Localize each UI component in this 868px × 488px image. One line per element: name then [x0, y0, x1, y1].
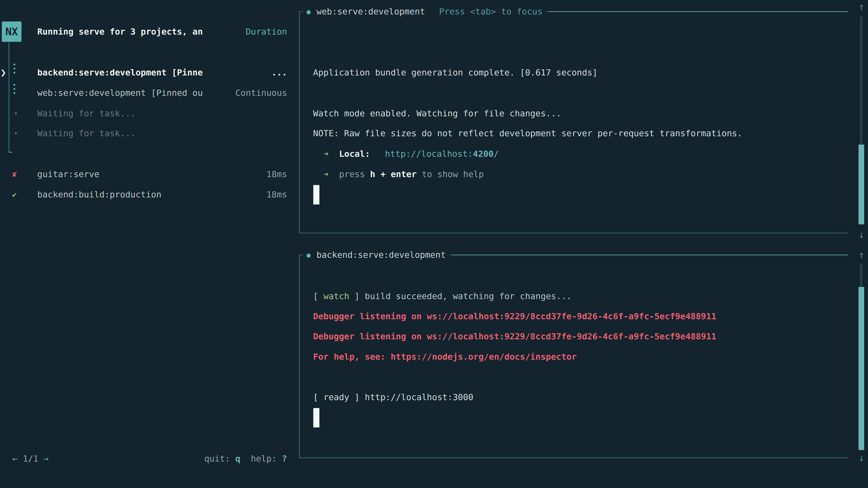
press-keys: h + enter [370, 169, 416, 179]
quit-label: quit: [204, 454, 230, 464]
task-duration: Continuous [235, 88, 287, 98]
task-label: backend:serve:development [Pinne [37, 68, 203, 77]
waiting-bullet-icon: · [13, 108, 18, 119]
scroll-up-icon[interactable]: ↑ [856, 250, 867, 260]
panel-title: backend:serve:development [316, 250, 446, 260]
localhost-url-slash: / [494, 149, 499, 159]
keyboard-hints: quit:qhelp:? [0, 454, 287, 464]
task-row-guitar-serve[interactable]: ✘ guitar:serve 18ms [0, 169, 287, 179]
localhost-url: http://localhost: [385, 149, 473, 159]
terminal-cursor [313, 185, 319, 204]
task-row-backend-build[interactable]: ✔ backend:build:production 18ms [0, 190, 287, 199]
terminal-line-debugger-1: Debugger listening on ws://localhost:922… [313, 311, 716, 321]
panel-header: ● web:serve:development Press <tab> to f… [303, 6, 848, 17]
prompt-arrow-icon: ➜ [323, 149, 329, 159]
panel-label: ● web:serve:development Press <tab> to f… [303, 6, 546, 17]
terminal-line-bundle-complete: Application bundle generation complete. … [313, 68, 597, 77]
task-row-waiting-1[interactable]: · Waiting for task... [0, 108, 287, 119]
terminal-line-ready: [ ready ] http://localhost:3000 [313, 392, 473, 402]
watch-message: ] build succeeded, watching for changes.… [349, 291, 572, 301]
terminal-line-local-url: ➜Local:http://localhost:4200/ [323, 149, 499, 159]
scroll-up-icon[interactable]: ↑ [856, 2, 867, 12]
task-failed-icon: ✘ [10, 169, 19, 179]
scroll-down-icon[interactable]: ↓ [856, 230, 867, 240]
terminal-cursor [313, 408, 319, 427]
panel-focus-hint: Press <tab> to focus [439, 6, 543, 17]
task-label: Waiting for task... [37, 108, 135, 119]
scrollbar-thumb[interactable] [859, 287, 864, 450]
scroll-down-icon[interactable]: ↓ [856, 453, 867, 463]
press-prefix: press [339, 169, 370, 179]
localhost-port: 4200 [473, 149, 494, 159]
scrollbar-track[interactable] [860, 264, 862, 287]
terminal-line-debugger-2: Debugger listening on ws://localhost:922… [313, 331, 716, 341]
panel-web-serve-development[interactable]: ● web:serve:development Press <tab> to f… [299, 11, 848, 233]
task-row-backend-serve[interactable]: backend:serve:development [Pinne ... [0, 68, 287, 77]
terminal-line-watch-succeeded: [ watch ] build succeeded, watching for … [313, 291, 572, 301]
task-tree-corner [8, 152, 12, 153]
panel-label: ● backend:serve:development [303, 249, 450, 260]
task-status-dot-icon: ● [307, 8, 311, 15]
panel-title: web:serve:development [316, 6, 425, 17]
nx-tui-screen: NX Running serve for 3 projects, an Dura… [0, 0, 868, 488]
task-duration: 18ms [266, 190, 287, 199]
task-status-dot-icon: ● [307, 251, 311, 259]
task-success-icon: ✔ [10, 190, 19, 199]
terminal-line-inspector-help: For help, see: https://nodejs.org/en/doc… [313, 352, 577, 362]
panel-header-rule [453, 255, 848, 255]
panel-header-rule [549, 11, 848, 12]
duration-column-header: Duration [246, 27, 287, 37]
task-row-web-serve[interactable]: web:serve:development [Pinned ou Continu… [0, 88, 287, 98]
terminal-line-help-hint: ➜press h + enter to show help [323, 169, 484, 179]
local-label: Local: [339, 149, 370, 159]
prompt-arrow-icon: ➜ [323, 169, 329, 179]
task-label: guitar:serve [37, 169, 99, 179]
panel-header: ● backend:serve:development [303, 249, 848, 260]
terminal-line-note: NOTE: Raw file sizes do not reflect deve… [313, 128, 742, 138]
help-label: help: [251, 454, 277, 464]
task-label: backend:build:production [37, 190, 161, 199]
scrollbar-track[interactable] [860, 16, 862, 144]
task-label: web:serve:development [Pinned ou [37, 88, 203, 98]
watch-tag: watch [323, 291, 349, 301]
task-duration: 18ms [266, 169, 287, 179]
quit-key: q [235, 454, 241, 464]
task-label: Waiting for task... [37, 128, 135, 138]
task-row-waiting-2[interactable]: · Waiting for task... [0, 128, 287, 138]
help-key: ? [282, 454, 287, 464]
watch-bracket-open: [ [313, 291, 323, 301]
scrollbar-thumb[interactable] [859, 144, 864, 224]
quit-help-hints: quit:qhelp:? [204, 454, 287, 464]
press-suffix: to show help [416, 169, 484, 179]
duration-header-row: Duration [0, 27, 287, 37]
terminal-line-watch-mode: Watch mode enabled. Watching for file ch… [313, 108, 561, 119]
task-duration: ... [272, 68, 287, 77]
waiting-bullet-icon: · [13, 128, 18, 138]
